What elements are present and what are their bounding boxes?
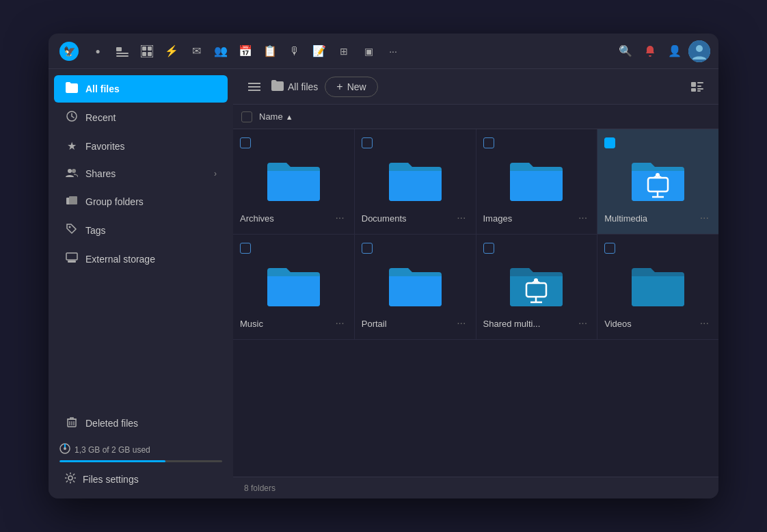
notifications-nav-icon[interactable] xyxy=(639,40,661,62)
storage-icon xyxy=(59,443,70,456)
images-more-button[interactable]: ··· xyxy=(576,211,590,226)
svg-rect-33 xyxy=(691,88,696,92)
svg-rect-35 xyxy=(697,90,701,92)
file-cell-portail[interactable]: Portail ··· xyxy=(355,235,476,339)
music-label-row: Music ··· xyxy=(240,316,347,331)
videos-checkbox[interactable] xyxy=(604,243,615,254)
portail-checkbox[interactable] xyxy=(362,243,373,254)
sidebar-item-recent[interactable]: Recent xyxy=(54,104,228,131)
svg-rect-32 xyxy=(697,85,701,87)
breadcrumb-text: All files xyxy=(288,81,318,92)
more-nav-icon[interactable]: ··· xyxy=(382,40,404,62)
sidebar-item-shares[interactable]: Shares › xyxy=(54,161,228,187)
forms-nav-icon[interactable]: ▣ xyxy=(358,40,379,62)
storage-text: 1,3 GB of 2 GB used xyxy=(75,445,150,455)
sidebar-toggle-button[interactable] xyxy=(244,77,265,97)
svg-rect-30 xyxy=(691,82,696,87)
files-nav-icon[interactable] xyxy=(111,40,133,62)
calendar-nav-icon[interactable]: 📅 xyxy=(234,40,256,62)
files-grid: Archives ··· xyxy=(233,129,718,477)
select-all-checkbox[interactable] xyxy=(241,111,252,122)
file-cell-archives[interactable]: Archives ··· xyxy=(233,129,355,234)
deck-nav-icon[interactable]: 📋 xyxy=(259,40,281,62)
storage-bar-fill xyxy=(59,460,165,462)
sidebar-item-group-folders[interactable]: Group folders xyxy=(54,188,228,215)
avatar[interactable] xyxy=(688,40,710,62)
sidebar-item-all-files[interactable]: All files xyxy=(54,75,228,103)
images-checkbox[interactable] xyxy=(483,137,494,148)
multimedia-name: Multimedia xyxy=(604,213,694,224)
portail-more-button[interactable]: ··· xyxy=(454,316,468,331)
svg-rect-19 xyxy=(68,261,76,263)
sort-direction-icon: ▲ xyxy=(286,113,293,121)
videos-name: Videos xyxy=(604,319,694,329)
notes-nav-icon[interactable]: 📝 xyxy=(308,40,330,62)
storage-info: 1,3 GB of 2 GB used xyxy=(49,438,233,465)
documents-more-button[interactable]: ··· xyxy=(454,211,468,226)
status-icon[interactable]: ● xyxy=(87,40,109,62)
sidebar-item-external-storage[interactable]: External storage xyxy=(54,245,228,273)
recent-label: Recent xyxy=(85,112,116,123)
tags-icon xyxy=(65,224,79,237)
sidebar-item-favorites[interactable]: ★ Favorites xyxy=(54,133,228,159)
svg-rect-6 xyxy=(142,46,146,51)
documents-checkbox[interactable] xyxy=(362,137,373,148)
shared-multi-folder-icon xyxy=(506,259,567,310)
shares-icon xyxy=(65,168,79,180)
svg-rect-18 xyxy=(66,253,77,260)
view-toggle-button[interactable] xyxy=(687,77,708,97)
svg-point-13 xyxy=(68,169,72,173)
file-cell-videos[interactable]: Videos ··· xyxy=(597,235,718,339)
music-folder-icon xyxy=(263,259,324,310)
portail-folder-icon xyxy=(384,259,446,310)
shared-multi-name: Shared multi... xyxy=(483,319,573,329)
archives-checkbox[interactable] xyxy=(240,137,251,148)
svg-rect-7 xyxy=(148,46,152,51)
shares-label: Shares xyxy=(85,168,116,179)
multimedia-checkbox[interactable] xyxy=(604,137,615,148)
archives-folder-icon xyxy=(263,154,324,205)
mail-nav-icon[interactable]: ✉ xyxy=(185,40,207,62)
sidebar-item-tags[interactable]: Tags xyxy=(54,217,228,244)
sort-by-name[interactable]: Name ▲ xyxy=(259,111,293,122)
music-checkbox[interactable] xyxy=(240,243,251,254)
sidebar-item-deleted-files[interactable]: Deleted files xyxy=(54,410,228,437)
svg-rect-31 xyxy=(697,82,703,83)
contacts-nav-icon[interactable]: 👥 xyxy=(210,40,232,62)
tables-nav-icon[interactable]: ⊞ xyxy=(333,40,355,62)
fb-header: All files + New xyxy=(233,69,718,105)
music-name: Music xyxy=(240,319,329,329)
sidebar: All files Recent ★ Favorites Shares xyxy=(49,69,233,498)
podcast-nav-icon[interactable]: 🎙 xyxy=(284,40,306,62)
file-cell-music[interactable]: Music ··· xyxy=(233,235,355,339)
favorites-icon: ★ xyxy=(65,139,79,152)
videos-more-button[interactable]: ··· xyxy=(697,316,712,331)
shared-multi-more-button[interactable]: ··· xyxy=(576,316,590,331)
multimedia-folder-icon xyxy=(628,154,689,205)
file-cell-multimedia[interactable]: Multimedia ··· xyxy=(597,129,718,234)
file-cell-documents[interactable]: Documents ··· xyxy=(355,129,476,234)
files-settings-label: Files settings xyxy=(83,474,139,485)
archives-more-button[interactable]: ··· xyxy=(332,211,347,226)
shared-multi-checkbox[interactable] xyxy=(483,243,494,254)
file-cell-shared-multi[interactable]: Shared multi... ··· xyxy=(476,235,598,339)
music-more-button[interactable]: ··· xyxy=(332,316,347,331)
svg-rect-8 xyxy=(142,52,146,56)
activity-nav-icon[interactable]: ⚡ xyxy=(161,40,183,62)
file-cell-images[interactable]: Images ··· xyxy=(476,129,598,234)
photos-nav-icon[interactable] xyxy=(136,40,158,62)
user-nav-icon[interactable]: 👤 xyxy=(664,40,686,62)
multimedia-more-button[interactable]: ··· xyxy=(697,211,712,226)
deleted-files-label: Deleted files xyxy=(85,418,138,429)
new-plus-icon: + xyxy=(336,81,342,93)
search-nav-icon[interactable]: 🔍 xyxy=(615,40,636,62)
group-folders-icon xyxy=(65,195,79,209)
sort-row: Name ▲ xyxy=(233,105,718,129)
new-button[interactable]: + New xyxy=(325,77,377,97)
documents-folder-icon xyxy=(384,154,446,205)
archives-label-row: Archives ··· xyxy=(240,211,347,226)
svg-point-26 xyxy=(68,476,72,480)
app-logo[interactable]: 🦅 xyxy=(57,39,81,64)
videos-label-row: Videos ··· xyxy=(604,316,712,331)
sidebar-item-files-settings[interactable]: Files settings xyxy=(54,466,228,492)
